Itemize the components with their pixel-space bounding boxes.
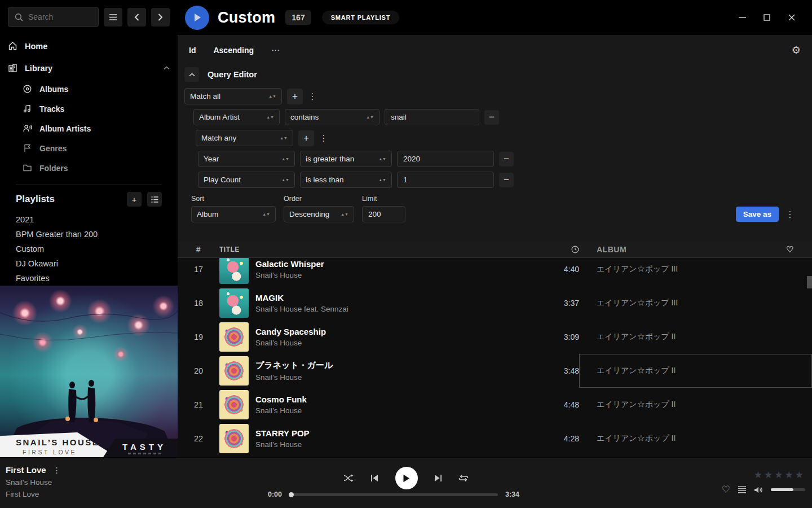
remove-rule-button[interactable]: − <box>484 110 499 125</box>
volume-button[interactable] <box>754 486 764 494</box>
favorite-button[interactable]: ♡ <box>722 484 730 496</box>
now-playing-menu-button[interactable]: ⋮ <box>53 466 61 475</box>
group-menu-button[interactable]: ⋮ <box>319 133 328 143</box>
now-playing-artist[interactable]: Snail’s House <box>6 478 61 487</box>
close-button[interactable] <box>779 0 804 35</box>
playlist-item[interactable]: DJ Okawari <box>16 256 162 271</box>
seek-bar[interactable] <box>289 493 498 496</box>
save-menu-button[interactable]: ⋮ <box>785 207 795 222</box>
star-icon[interactable]: ★ <box>754 469 762 481</box>
rule-value-input[interactable] <box>385 109 479 125</box>
track-album-cell[interactable]: エイリアン☆ポップ II <box>579 354 812 388</box>
column-header-album[interactable]: ALBUM <box>579 245 812 254</box>
table-row[interactable]: 19 Candy Spaceship Snail’s House 3:09 エイ… <box>178 320 812 354</box>
rule-operator-select[interactable]: is less than ▲▼ <box>300 172 392 188</box>
search-box[interactable] <box>8 7 99 27</box>
search-input[interactable] <box>28 12 92 21</box>
scrollbar-thumb[interactable] <box>807 276 812 288</box>
column-header-favorite[interactable]: ♡ <box>786 244 794 255</box>
sidebar-item-tracks[interactable]: Tracks <box>23 99 170 119</box>
track-album-cell[interactable]: エイリアン☆ポップ III <box>579 286 812 320</box>
track-album-cell[interactable]: エイリアン☆ポップ II <box>579 422 812 456</box>
sidebar-item-label: Album Artists <box>39 124 91 133</box>
sidebar-item-folders[interactable]: Folders <box>23 158 170 178</box>
save-as-button[interactable]: Save as <box>736 207 779 222</box>
star-icon[interactable]: ★ <box>795 469 804 481</box>
remove-rule-button[interactable]: − <box>499 173 514 187</box>
nav-forward-button[interactable] <box>151 8 170 27</box>
limit-input[interactable] <box>362 206 405 222</box>
playlist-list-button[interactable] <box>147 192 162 207</box>
chevron-up-icon[interactable] <box>164 66 170 70</box>
table-row[interactable]: 20 プラネット・ガール Snail’s House 3:48 エイリアン☆ポッ… <box>178 354 812 388</box>
now-playing-album[interactable]: First Love <box>6 490 61 498</box>
add-rule-button[interactable]: + <box>287 89 303 104</box>
menu-button[interactable] <box>104 8 122 27</box>
rule-value-input[interactable] <box>397 151 494 167</box>
seek-handle[interactable] <box>289 492 294 497</box>
star-icon[interactable]: ★ <box>774 469 783 481</box>
group-menu-button[interactable]: ⋮ <box>308 91 317 102</box>
playlist-item[interactable]: Favorites <box>16 271 162 286</box>
sort-field-button[interactable]: Id <box>189 46 196 55</box>
tracks-icon <box>23 104 32 113</box>
column-header-duration[interactable] <box>540 246 579 253</box>
star-icon[interactable]: ★ <box>764 469 773 481</box>
shuffle-button[interactable] <box>343 474 354 482</box>
order-select[interactable]: Descending ▲▼ <box>284 206 354 222</box>
play-pause-button[interactable] <box>395 467 418 489</box>
sort-select[interactable]: Album ▲▼ <box>191 206 276 222</box>
table-row[interactable]: 22 STARRY POP Snail’s House 4:28 エイリアン☆ポ… <box>178 422 812 456</box>
play-playlist-button[interactable] <box>185 6 209 30</box>
sidebar-item-album-artists[interactable]: Album Artists <box>23 119 170 138</box>
star-icon[interactable]: ★ <box>785 469 793 481</box>
rule-field-select[interactable]: Year ▲▼ <box>198 151 295 167</box>
volume-slider[interactable] <box>771 488 805 491</box>
query-editor-collapse-button[interactable] <box>184 67 199 82</box>
queue-button[interactable] <box>738 486 747 493</box>
add-rule-button[interactable]: + <box>298 130 314 146</box>
playlist-item[interactable]: 2021 <box>16 212 162 227</box>
table-header: # TITLE ALBUM ♡ <box>178 241 812 258</box>
skip-back-icon <box>370 474 378 482</box>
rule-field-select[interactable]: Album Artist ▲▼ <box>193 109 280 125</box>
query-editor-title: Query Editor <box>208 70 257 79</box>
gear-icon[interactable]: ⚙ <box>792 44 801 56</box>
sidebar-item-home[interactable]: Home <box>8 35 170 57</box>
sidebar-item-albums[interactable]: Albums <box>23 79 170 99</box>
minimize-button[interactable] <box>730 0 754 35</box>
add-playlist-button[interactable]: + <box>127 192 142 207</box>
column-header-title[interactable]: TITLE <box>219 246 540 253</box>
previous-button[interactable] <box>370 474 378 482</box>
maximize-button[interactable] <box>754 0 779 35</box>
sidebar-item-label: Tracks <box>39 104 64 113</box>
match-type-select[interactable]: Match all ▲▼ <box>184 88 282 104</box>
rule-operator-select[interactable]: contains ▲▼ <box>285 109 379 125</box>
track-album-cell[interactable]: エイリアン☆ポップ II <box>579 388 812 422</box>
table-row[interactable]: 21 Cosmo Funk Snail’s House 4:48 エイリアン☆ポ… <box>178 388 812 422</box>
rule-operator-value: contains <box>290 113 319 121</box>
track-album-cell[interactable]: エイリアン☆ポップ II <box>579 320 812 354</box>
chevron-left-icon <box>134 14 139 21</box>
rule-value-input[interactable] <box>397 172 494 188</box>
rule-field-select[interactable]: Play Count ▲▼ <box>198 172 295 188</box>
playlist-item[interactable]: Custom <box>16 242 162 256</box>
albums-icon <box>23 84 32 94</box>
playlist-item[interactable]: BPM Greater than 200 <box>16 227 162 242</box>
table-row[interactable]: 18 MAGIK Snail’s House feat. Sennzai 3:3… <box>178 286 812 320</box>
column-header-number[interactable]: # <box>178 245 219 254</box>
nav-back-button[interactable] <box>127 8 146 27</box>
next-button[interactable] <box>434 474 442 482</box>
sort-direction-button[interactable]: Ascending <box>213 46 254 55</box>
sidebar-item-library[interactable]: Library <box>8 57 170 79</box>
rule-operator-select[interactable]: is greater than ▲▼ <box>300 151 392 167</box>
list-icon <box>151 196 158 203</box>
sidebar-item-genres[interactable]: Genres <box>23 138 170 158</box>
remove-rule-button[interactable]: − <box>499 152 514 167</box>
match-type-select[interactable]: Match any ▲▼ <box>196 130 293 146</box>
now-playing-cover-art[interactable]: SNAIL’S HOUSE FIRST LOVE TASTY <box>0 286 178 457</box>
repeat-button[interactable] <box>458 474 469 482</box>
search-icon <box>14 12 24 22</box>
more-options-button[interactable]: ⋯ <box>271 45 280 55</box>
track-art <box>219 390 249 419</box>
